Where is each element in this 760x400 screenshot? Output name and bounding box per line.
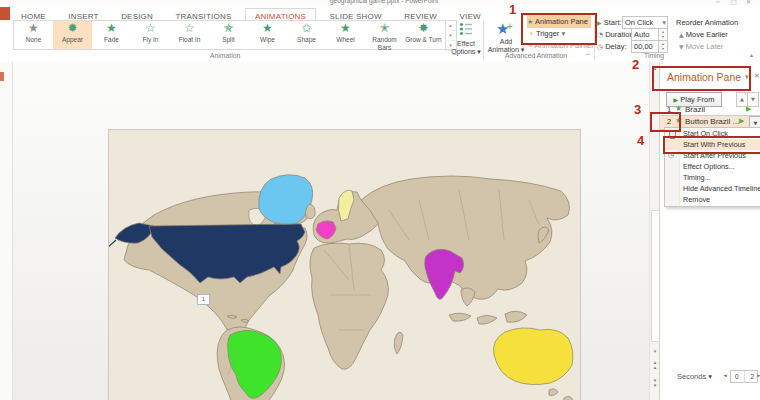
chevron-down-icon: ▾ bbox=[662, 18, 666, 27]
play-icon: ▶ bbox=[674, 96, 679, 103]
zoom-out-icon[interactable]: ◄ bbox=[723, 372, 727, 378]
pane-close-icon[interactable]: ✕ bbox=[754, 72, 760, 80]
animation-item-context-menu: Start On Click Start With Previous ◷ Sta… bbox=[664, 127, 760, 207]
tab-file[interactable] bbox=[0, 7, 10, 20]
mouse-icon bbox=[669, 130, 676, 139]
gallery-item-appear[interactable]: ✹Appear bbox=[53, 21, 92, 49]
annotation-number-2: 2 bbox=[632, 57, 639, 72]
gallery-item-wheel[interactable]: ★Wheel bbox=[326, 21, 365, 49]
start-play-icon: ▶ bbox=[597, 19, 602, 26]
group-label-timing: Timing bbox=[644, 52, 664, 59]
menu-start-on-click[interactable]: Start On Click bbox=[665, 128, 760, 139]
annotation-number-3: 3 bbox=[634, 102, 641, 117]
animation-pane-icon: ★ bbox=[527, 18, 533, 26]
animation-item-brazil[interactable]: 1 ★ Brazil ▶ bbox=[660, 104, 760, 115]
world-map bbox=[109, 130, 580, 400]
move-later-button[interactable]: ▼ Move Later bbox=[679, 42, 723, 51]
animation-pane-title: Animation Pane bbox=[667, 71, 741, 83]
annotation-number-4: 4 bbox=[637, 133, 644, 148]
split-star-icon: ✯ bbox=[209, 22, 248, 35]
wheel-star-icon: ★ bbox=[326, 22, 365, 35]
menu-hide-advanced-timeline[interactable]: Hide Advanced Timeline bbox=[665, 183, 760, 194]
floatin-star-icon: ☆ bbox=[170, 22, 209, 35]
menu-start-with-previous[interactable]: Start With Previous bbox=[665, 139, 760, 150]
window-title: geographical game.pptx - PowerPoint bbox=[330, 0, 438, 4]
start-label: ▶ Start: bbox=[597, 18, 622, 27]
slide-thumbnail-fragment[interactable] bbox=[0, 72, 4, 81]
none-star-icon: ★ bbox=[14, 22, 53, 35]
trigger-button[interactable]: ⚡ Trigger ▾ bbox=[529, 29, 565, 38]
duration-label: ◔ Duration: bbox=[597, 30, 636, 39]
appear-star-icon: ✹ bbox=[53, 22, 92, 35]
plus-icon: + bbox=[506, 22, 513, 31]
timeline-play-icon: ▶ bbox=[739, 117, 744, 125]
animation-painter-button[interactable]: ✎ Animation Painter bbox=[527, 41, 594, 50]
animation-dialog-launcher-icon[interactable]: ⌐ bbox=[452, 51, 457, 58]
menu-remove[interactable]: Remove bbox=[665, 194, 760, 205]
add-animation-button[interactable]: ★+ Add Animation ▾ bbox=[486, 20, 526, 54]
move-later-icon: ▼ bbox=[679, 43, 684, 50]
ribbon: ★None ✹Appear ★Fade ☆Fly In ☆Float In ✯S… bbox=[0, 20, 760, 63]
duration-clock-icon: ◔ bbox=[597, 31, 603, 39]
gallery-item-shape[interactable]: ✩Shape bbox=[287, 21, 326, 49]
animation-pane: Animation Pane ▾ ✕ ▶ Play From ▲ ▼ 1 ★ B… bbox=[659, 62, 760, 400]
delay-clock-icon: ◷ bbox=[597, 43, 603, 51]
group-label-advanced-animation: Advanced Animation bbox=[505, 52, 567, 59]
animation-order-badge: 1 bbox=[197, 294, 210, 305]
menu-effect-options[interactable]: Effect Options... bbox=[665, 161, 760, 172]
gallery-item-flyin[interactable]: ☆Fly In bbox=[131, 21, 170, 49]
flyin-star-icon: ☆ bbox=[131, 22, 170, 35]
randombars-star-icon: ✭ bbox=[365, 22, 404, 35]
shape-star-icon: ✩ bbox=[287, 22, 326, 35]
chevron-down-icon: ▾ bbox=[477, 48, 481, 56]
lightning-icon: ⚡ bbox=[529, 30, 534, 38]
painter-icon: ✎ bbox=[527, 42, 533, 50]
slide-workspace: 1 USA Greenland Sweden France India Aust… bbox=[13, 62, 649, 400]
collapse-ribbon-icon[interactable]: ▴ bbox=[750, 51, 753, 58]
gallery-item-fade[interactable]: ★Fade bbox=[92, 21, 131, 49]
timeline-scale[interactable]: 0 2 bbox=[730, 370, 758, 383]
animation-gallery: ★None ✹Appear ★Fade ☆Fly In ☆Float In ✯S… bbox=[13, 20, 446, 50]
pane-footer: Seconds ▾ ◄ 0 2 ► bbox=[660, 367, 760, 400]
slide-canvas[interactable]: 1 USA Greenland Sweden France India Aust… bbox=[108, 129, 581, 400]
pane-menu-chevron-icon[interactable]: ▾ bbox=[745, 73, 749, 81]
move-earlier-button[interactable]: ▲ Move Earlier bbox=[679, 30, 728, 39]
gallery-item-randombars[interactable]: ✭Random Bars bbox=[365, 21, 404, 49]
chevron-down-icon: ▾ bbox=[561, 29, 565, 38]
slide-thumbnail-panel[interactable] bbox=[0, 62, 13, 400]
group-divider bbox=[483, 20, 484, 60]
effect-options-icon bbox=[459, 22, 473, 36]
wipe-star-icon: ★ bbox=[248, 22, 287, 35]
animation-pane-button[interactable]: ★ Animation Pane bbox=[527, 15, 591, 28]
chevron-down-icon: ▾ bbox=[708, 372, 712, 381]
seconds-label[interactable]: Seconds ▾ bbox=[677, 372, 712, 381]
gallery-item-floatin[interactable]: ☆Float In bbox=[170, 21, 209, 49]
gallery-item-split[interactable]: ✯Split bbox=[209, 21, 248, 49]
clock-icon: ◷ bbox=[668, 150, 674, 161]
group-label-animation: Animation bbox=[210, 52, 240, 59]
menu-start-after-previous[interactable]: ◷ Start After Previous bbox=[665, 150, 760, 161]
move-earlier-icon: ▲ bbox=[679, 31, 684, 38]
gallery-item-wipe[interactable]: ★Wipe bbox=[248, 21, 287, 49]
annotation-number-1: 1 bbox=[509, 2, 516, 17]
effect-star-icon: ★ bbox=[675, 104, 682, 113]
fade-star-icon: ★ bbox=[92, 22, 131, 35]
delay-label: ◷ Delay: bbox=[597, 42, 626, 51]
gallery-item-none[interactable]: ★None bbox=[14, 21, 53, 49]
effect-star-icon: ★ bbox=[675, 116, 682, 125]
advanced-animation-dialog-launcher-icon[interactable]: ⌐ bbox=[585, 51, 590, 58]
group-divider bbox=[594, 20, 595, 60]
menu-timing[interactable]: Timing... bbox=[665, 172, 760, 183]
reorder-animation-label: Reorder Animation bbox=[676, 18, 738, 27]
growturn-star-icon: ✸ bbox=[404, 22, 443, 35]
gallery-item-growturn[interactable]: ✸Grow & Turn bbox=[404, 21, 443, 49]
timeline-play-icon: ▶ bbox=[746, 105, 751, 113]
